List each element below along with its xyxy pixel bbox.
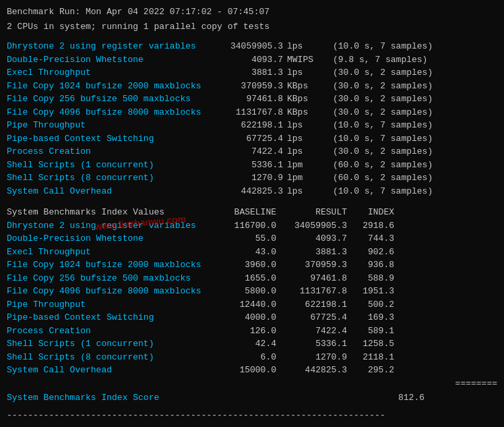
idx-row-name: Double-Precision Whetstone: [7, 232, 216, 246]
idx-row-name: File Copy 4096 bufsize 8000 maxblocks: [7, 285, 216, 298]
equals-separator: ========: [7, 377, 497, 391]
index-row: System Call Overhead15000.0442825.3295.2: [7, 364, 497, 377]
result-row: File Copy 1024 bufsize 2000 maxblocks370…: [7, 80, 497, 93]
index-col-result: RESULT: [276, 206, 347, 219]
bench-unit: MWIPS: [283, 53, 330, 67]
result-row: Double-Precision Whetstone4093.7MWIPS(9.…: [7, 53, 497, 67]
bench-name: File Copy 256 bufsize 500 maxblocks: [7, 92, 216, 106]
index-row: Shell Scripts (1 concurrent)42.45336.112…: [7, 337, 497, 351]
bench-name: Execl Throughput: [7, 66, 216, 80]
idx-row-result: 1131767.8: [276, 285, 347, 298]
idx-row-baseline: 126.0: [216, 324, 276, 338]
idx-row-name: File Copy 256 bufsize 500 maxblocks: [7, 272, 216, 285]
idx-row-name: Process Creation: [7, 324, 216, 338]
divider: ----------------------------------------…: [7, 409, 497, 422]
idx-row-result: 97461.8: [276, 272, 347, 285]
idx-row-index: 588.9: [347, 272, 394, 285]
bench-value: 1131767.8: [216, 106, 283, 119]
idx-row-index: 2918.6: [347, 219, 394, 233]
result-row: Dhrystone 2 using register variables3405…: [7, 40, 497, 53]
index-table-header: System Benchmarks Index Values BASELINE …: [7, 206, 497, 219]
idx-row-result: 5336.1: [276, 337, 347, 351]
bench-name: Process Creation: [7, 145, 216, 159]
result-row: Pipe-based Context Switching67725.4lps(1…: [7, 132, 497, 146]
results-container: Dhrystone 2 using register variables3405…: [7, 40, 497, 198]
idx-row-name: File Copy 1024 bufsize 2000 maxblocks: [7, 258, 216, 272]
bench-name: Pipe Throughput: [7, 119, 216, 132]
bench-unit: KBps: [283, 92, 330, 106]
bench-detail: (30.0 s, 2 samples): [330, 145, 433, 159]
bench-name: Shell Scripts (1 concurrent): [7, 159, 216, 172]
index-col-baseline: BASELINE: [216, 206, 276, 219]
index-row: Process Creation126.07422.4589.1: [7, 324, 497, 338]
idx-row-index: 902.6: [347, 246, 394, 259]
bench-value: 1270.9: [216, 171, 283, 185]
index-row: Double-Precision Whetstone55.04093.7744.…: [7, 232, 497, 246]
idx-row-baseline: 3960.0: [216, 258, 276, 272]
index-row: Shell Scripts (8 concurrent)6.01270.9211…: [7, 351, 497, 364]
result-row: Shell Scripts (8 concurrent)1270.9lpm(60…: [7, 171, 497, 185]
idx-row-index: 2118.1: [347, 351, 394, 364]
idx-row-index: 936.8: [347, 258, 394, 272]
bench-value: 442825.3: [216, 185, 283, 198]
bench-unit: KBps: [283, 106, 330, 119]
bench-unit: lpm: [283, 159, 330, 172]
index-row: File Copy 1024 bufsize 2000 maxblocks396…: [7, 258, 497, 272]
idx-row-baseline: 1655.0: [216, 272, 276, 285]
result-row: System Call Overhead442825.3lps(10.0 s, …: [7, 185, 497, 198]
bench-value: 67725.4: [216, 132, 283, 146]
bench-detail: (10.0 s, 7 samples): [330, 40, 433, 53]
idx-row-baseline: 12440.0: [216, 298, 276, 312]
idx-row-index: 744.3: [347, 232, 394, 246]
idx-row-index: 500.2: [347, 298, 394, 312]
idx-row-baseline: 43.0: [216, 246, 276, 259]
bench-unit: lps: [283, 119, 330, 132]
bench-name: Pipe-based Context Switching: [7, 132, 216, 146]
idx-row-index: 1951.3: [347, 285, 394, 298]
index-row: Execl Throughput43.03881.3902.6: [7, 246, 497, 259]
index-row: Dhrystone 2 using register variables1167…: [7, 219, 497, 233]
idx-row-result: 3881.3: [276, 246, 347, 259]
bench-detail: (60.0 s, 2 samples): [330, 159, 433, 172]
bench-value: 34059905.3: [216, 40, 283, 53]
index-row: File Copy 256 bufsize 500 maxblocks1655.…: [7, 272, 497, 285]
idx-row-baseline: 6.0: [216, 351, 276, 364]
idx-row-name: System Call Overhead: [7, 364, 216, 377]
bench-detail: (9.8 s, 7 samples): [330, 53, 427, 67]
result-row: Execl Throughput3881.3lps(30.0 s, 2 samp…: [7, 66, 497, 80]
bench-unit: KBps: [283, 80, 330, 93]
idx-row-baseline: 5800.0: [216, 285, 276, 298]
bench-unit: lps: [283, 40, 330, 53]
idx-row-name: Dhrystone 2 using register variables: [7, 219, 216, 233]
idx-row-name: Pipe-based Context Switching: [7, 311, 216, 324]
idx-row-name: Shell Scripts (1 concurrent): [7, 337, 216, 351]
score-line: System Benchmarks Index Score 812.6: [7, 391, 497, 405]
bench-value: 4093.7: [216, 53, 283, 67]
bench-value: 5336.1: [216, 159, 283, 172]
bench-detail: (30.0 s, 2 samples): [330, 66, 433, 80]
bench-unit: lpm: [283, 171, 330, 185]
score-value: 812.6: [384, 391, 424, 405]
idx-row-result: 442825.3: [276, 364, 347, 377]
benchmark-header: Benchmark Run: Mon Apr 04 2022 07:17:02 …: [7, 5, 497, 33]
result-row: Pipe Throughput622198.1lps(10.0 s, 7 sam…: [7, 119, 497, 132]
bench-value: 7422.4: [216, 145, 283, 159]
bench-name: System Call Overhead: [7, 185, 216, 198]
bench-name: File Copy 1024 bufsize 2000 maxblocks: [7, 80, 216, 93]
index-col-name: System Benchmarks Index Values: [7, 206, 216, 219]
bench-value: 3881.3: [216, 66, 283, 80]
index-table-body: Dhrystone 2 using register variables1167…: [7, 219, 497, 377]
idx-row-baseline: 116700.0: [216, 219, 276, 233]
bench-name: Shell Scripts (8 concurrent): [7, 171, 216, 185]
bench-detail: (30.0 s, 2 samples): [330, 92, 433, 106]
index-row: Pipe-based Context Switching4000.067725.…: [7, 311, 497, 324]
index-row: File Copy 4096 bufsize 8000 maxblocks580…: [7, 285, 497, 298]
idx-row-baseline: 4000.0: [216, 311, 276, 324]
idx-row-baseline: 42.4: [216, 337, 276, 351]
benchmark-run-line: Benchmark Run: Mon Apr 04 2022 07:17:02 …: [7, 5, 497, 19]
bench-name: File Copy 4096 bufsize 8000 maxblocks: [7, 106, 216, 119]
result-row: Shell Scripts (1 concurrent)5336.1lpm(60…: [7, 159, 497, 172]
bench-detail: (30.0 s, 2 samples): [330, 80, 433, 93]
idx-row-name: Execl Throughput: [7, 246, 216, 259]
index-col-index: INDEX: [347, 206, 394, 219]
